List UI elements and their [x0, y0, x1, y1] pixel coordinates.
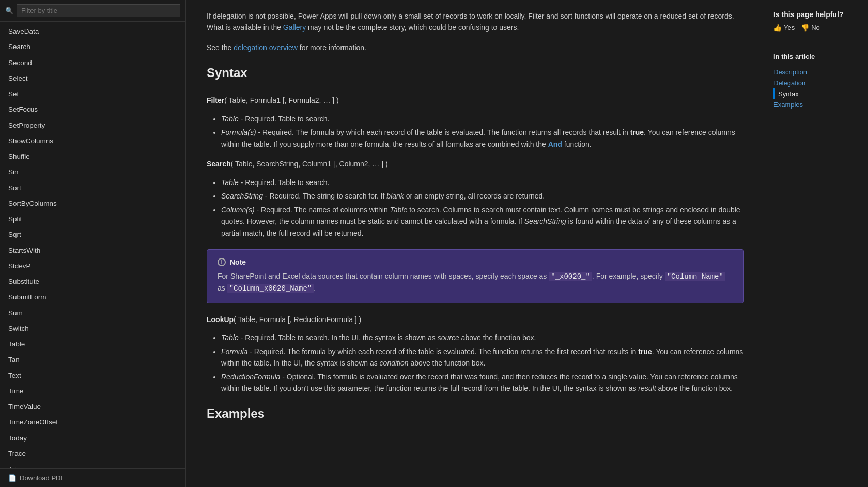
sidebar-item-showcolumns[interactable]: ShowColumns — [0, 133, 185, 149]
lookup-func-name: LookUp — [207, 315, 234, 324]
sidebar: 🔍 SaveDataSearchSecondSelectSetSetFocusS… — [0, 0, 186, 487]
search-syntax-block: Search( Table, SearchString, Column1 [, … — [207, 158, 744, 171]
download-icon: 📄 — [8, 474, 17, 482]
article-nav-description[interactable]: Description — [773, 67, 860, 78]
sidebar-item-shuffle[interactable]: Shuffle — [0, 149, 185, 164]
sidebar-item-timezoneoffset[interactable]: TimeZoneOffset — [0, 415, 185, 430]
see-also-paragraph: See the delegation overview for more inf… — [207, 42, 744, 53]
helpful-title: Is this page helpful? — [773, 10, 860, 19]
note-code2: "Column Name" — [665, 272, 725, 281]
yes-button[interactable]: 👍 Yes — [773, 24, 795, 32]
filter-param-table: Table - Required. Table to search. — [221, 113, 744, 125]
sidebar-item-search[interactable]: Search — [0, 39, 185, 55]
filter-param-formula: Formula(s) - Required. The formula by wh… — [221, 127, 744, 150]
intro-paragraph: If delegation is not possible, Power App… — [207, 10, 744, 34]
syntax-heading: Syntax — [207, 66, 744, 84]
search-param-columns: Column(s) - Required. The names of colum… — [221, 204, 744, 239]
sidebar-item-sin[interactable]: Sin — [0, 164, 185, 180]
filter-icon: 🔍 — [5, 7, 13, 14]
lookup-sig: ( Table, Formula [, ReductionFormula ] ) — [234, 315, 361, 324]
sidebar-item-savedata[interactable]: SaveData — [0, 24, 185, 39]
sidebar-item-sort[interactable]: Sort — [0, 180, 185, 196]
sidebar-item-split[interactable]: Split — [0, 211, 185, 227]
filter-sig: ( Table, Formula1 [, Formula2, … ] ) — [224, 96, 338, 104]
sidebar-item-time[interactable]: Time — [0, 384, 185, 399]
sidebar-item-select[interactable]: Select — [0, 71, 185, 86]
sidebar-item-tan[interactable]: Tan — [0, 352, 185, 368]
sidebar-item-substitute[interactable]: Substitute — [0, 274, 185, 290]
right-panel: Is this page helpful? 👍 Yes 👎 No In this… — [765, 0, 868, 487]
info-icon: i — [218, 258, 226, 266]
sidebar-item-submitform[interactable]: SubmitForm — [0, 290, 185, 305]
sidebar-item-today[interactable]: Today — [0, 431, 185, 446]
article-nav-title: In this article — [773, 53, 860, 60]
helpful-buttons: 👍 Yes 👎 No — [773, 24, 860, 32]
search-param-table: Table - Required. Table to search. — [221, 177, 744, 188]
delegation-overview-link[interactable]: delegation overview — [234, 43, 298, 52]
search-func-name: Search — [207, 160, 231, 168]
note-code3: "Column_x0020_Name" — [227, 284, 314, 293]
article-nav-examples[interactable]: Examples — [773, 99, 860, 110]
sidebar-item-stdevp[interactable]: StdevP — [0, 258, 185, 274]
thumbs-up-icon: 👍 — [773, 24, 782, 32]
article-nav: DescriptionDelegationSyntaxExamples — [773, 67, 860, 110]
thumbs-down-icon: 👎 — [801, 24, 809, 32]
article-nav-delegation[interactable]: Delegation — [773, 78, 860, 88]
article-nav-syntax[interactable]: Syntax — [773, 88, 860, 99]
sidebar-item-table[interactable]: Table — [0, 337, 185, 352]
no-button[interactable]: 👎 No — [801, 24, 820, 32]
sidebar-item-sortbycolumns[interactable]: SortByColumns — [0, 196, 185, 211]
sidebar-item-set[interactable]: Set — [0, 86, 185, 102]
sidebar-item-trim[interactable]: Trim — [0, 462, 185, 468]
filter-func-name: Filter — [207, 96, 224, 104]
lookup-syntax-block: LookUp( Table, Formula [, ReductionFormu… — [207, 314, 744, 326]
filter-syntax-block: Filter( Table, Formula1 [, Formula2, … ]… — [207, 95, 744, 107]
filter-input[interactable] — [17, 4, 180, 17]
note-body: For SharePoint and Excel data sources th… — [218, 270, 733, 295]
note-box: i Note For SharePoint and Excel data sou… — [207, 249, 744, 303]
note-header: i Note — [218, 258, 733, 266]
helpful-section: Is this page helpful? 👍 Yes 👎 No — [773, 10, 860, 32]
search-sig: ( Table, SearchString, Column1 [, Column… — [231, 160, 388, 168]
sidebar-item-timevalue[interactable]: TimeValue — [0, 399, 185, 415]
no-label: No — [811, 24, 820, 32]
yes-label: Yes — [784, 24, 795, 32]
sidebar-item-switch[interactable]: Switch — [0, 321, 185, 337]
sidebar-item-sqrt[interactable]: Sqrt — [0, 227, 185, 242]
note-code1: "_x0020_" — [549, 272, 592, 281]
gallery-link[interactable]: Gallery — [283, 23, 306, 32]
sidebar-item-second[interactable]: Second — [0, 55, 185, 71]
sidebar-item-sum[interactable]: Sum — [0, 306, 185, 321]
sidebar-item-startswith[interactable]: StartsWith — [0, 243, 185, 258]
download-pdf-button[interactable]: 📄 Download PDF — [0, 468, 185, 487]
sidebar-item-setproperty[interactable]: SetProperty — [0, 118, 185, 133]
filter-bar: 🔍 — [0, 0, 185, 22]
sidebar-item-trace[interactable]: Trace — [0, 446, 185, 462]
lookup-param-formula: Formula - Required. The formula by which… — [221, 346, 744, 369]
filter-params-list: Table - Required. Table to search. Formu… — [221, 113, 744, 150]
sidebar-item-setfocus[interactable]: SetFocus — [0, 102, 185, 117]
examples-heading: Examples — [207, 406, 744, 421]
sidebar-list: SaveDataSearchSecondSelectSetSetFocusSet… — [0, 22, 185, 468]
sidebar-item-text[interactable]: Text — [0, 368, 185, 384]
search-params-list: Table - Required. Table to search. Searc… — [221, 177, 744, 239]
main-content: If delegation is not possible, Power App… — [186, 0, 765, 487]
note-title: Note — [230, 258, 246, 266]
divider — [773, 44, 860, 44]
lookup-param-reduction: ReductionFormula - Optional. This formul… — [221, 371, 744, 394]
lookup-param-table: Table - Required. Table to search. In th… — [221, 332, 744, 343]
lookup-params-list: Table - Required. Table to search. In th… — [221, 332, 744, 394]
download-pdf-label: Download PDF — [20, 474, 65, 482]
search-param-searchstring: SearchString - Required. The string to s… — [221, 190, 744, 202]
